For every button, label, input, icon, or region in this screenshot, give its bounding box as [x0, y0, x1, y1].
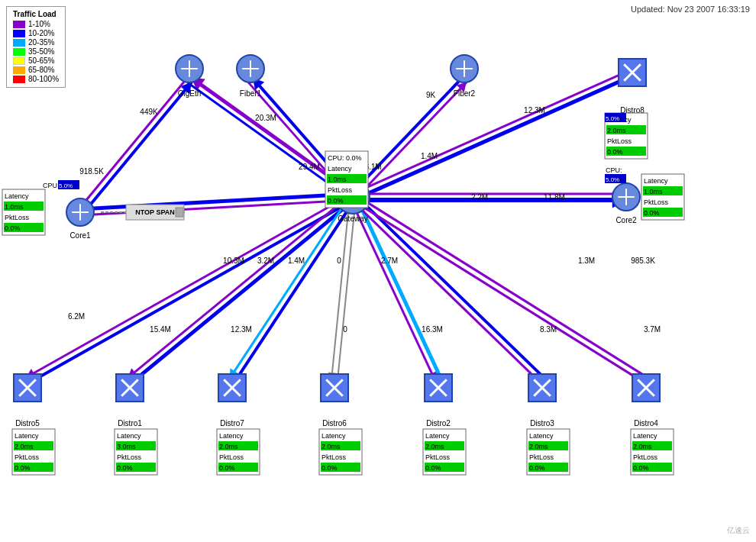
- legend-item-3: 20-35%: [13, 38, 59, 47]
- watermark: 亿速云: [727, 525, 750, 536]
- timestamp: Updated: Nov 23 2007 16:33:19: [631, 5, 750, 14]
- legend-title: Traffic Load: [13, 10, 59, 18]
- legend-item-5: 50-65%: [13, 56, 59, 65]
- legend-item-6: 65-80%: [13, 66, 59, 74]
- legend-item-7: 80-100%: [13, 75, 59, 83]
- legend-item-4: 35-50%: [13, 47, 59, 56]
- traffic-legend: Traffic Load 1-10% 10-20% 20-35% 35-50% …: [6, 6, 66, 88]
- legend-item-1: 1-10%: [13, 20, 59, 28]
- legend-item-2: 10-20%: [13, 29, 59, 37]
